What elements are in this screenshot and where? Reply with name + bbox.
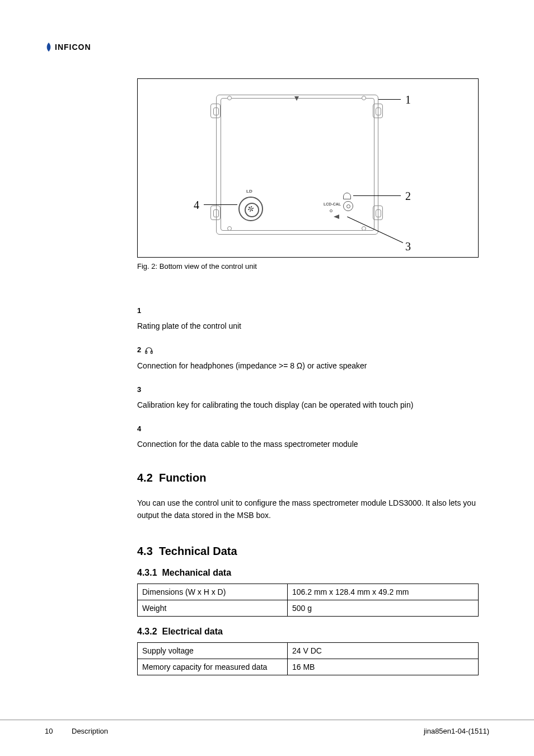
headphone-jack-icon: [343, 193, 351, 199]
section-heading: 4.3 Technical Data: [137, 545, 479, 558]
ld-label: LD: [246, 189, 252, 194]
list-number: 4: [137, 424, 479, 433]
list-number: 2: [137, 346, 479, 354]
figure-container: LD LCD-CAL 1 2 3 4: [137, 78, 479, 258]
list-number: 1: [137, 306, 479, 315]
arrow-icon: [334, 214, 339, 219]
list-description: Connection for the data cable to the mas…: [137, 438, 479, 450]
lcdcal-label: LCD-CAL: [324, 202, 341, 206]
ld-connector-icon: [238, 197, 263, 221]
table-cell-label: Dimensions (W x H x D): [138, 584, 288, 600]
list-description: Calibration key for calibrating the touc…: [137, 399, 479, 411]
list-item: 3 Calibration key for calibrating the to…: [137, 385, 479, 411]
callout-3: 3: [405, 240, 411, 253]
table-row: Supply voltage 24 V DC: [138, 643, 479, 659]
brand-logo: INFICON: [45, 42, 91, 52]
list-description: Connection for headphones (impedance >= …: [137, 360, 479, 372]
table-row: Dimensions (W x H x D) 106.2 mm x 128.4 …: [138, 584, 479, 600]
table-cell-label: Supply voltage: [138, 643, 288, 659]
paragraph: You can use the control unit to configur…: [137, 497, 479, 522]
list-number: 3: [137, 385, 479, 394]
mechanical-data-table: Dimensions (W x H x D) 106.2 mm x 128.4 …: [137, 584, 479, 617]
headphones-icon: [145, 347, 153, 354]
callout-4: 4: [194, 199, 199, 212]
inficon-icon: [45, 42, 53, 52]
footer-document-id: jina85en1-04-(1511): [424, 727, 489, 735]
table-cell-value: 16 MB: [287, 659, 478, 675]
callout-legend: 1 Rating plate of the control unit 2 Con…: [137, 306, 479, 450]
table-cell-value: 24 V DC: [287, 643, 478, 659]
electrical-data-table: Supply voltage 24 V DC Memory capacity f…: [137, 642, 479, 675]
figure-caption: Fig. 2: Bottom view of the control unit: [137, 262, 479, 270]
table-row: Weight 500 g: [138, 600, 479, 617]
page-number: 10: [45, 727, 53, 735]
subsection-heading: 4.3.1 Mechanical data: [137, 568, 479, 578]
callout-2: 2: [405, 190, 411, 203]
table-cell-label: Memory capacity for measured data: [138, 659, 288, 675]
table-cell-value: 500 g: [287, 600, 478, 617]
device-diagram: LD LCD-CAL 1 2 3 4: [177, 95, 439, 246]
lcdcal-hole-icon: [343, 201, 353, 211]
table-row: Memory capacity for measured data 16 MB: [138, 659, 479, 675]
list-item: 1 Rating plate of the control unit: [137, 306, 479, 332]
list-description: Rating plate of the control unit: [137, 320, 479, 332]
list-item: 4 Connection for the data cable to the m…: [137, 424, 479, 450]
table-cell-label: Weight: [138, 600, 288, 617]
brand-name: INFICON: [55, 43, 91, 52]
section-heading: 4.2 Function: [137, 472, 479, 484]
subsection-heading: 4.3.2 Electrical data: [137, 627, 479, 637]
page-footer: 10 Description jina85en1-04-(1511): [0, 720, 534, 726]
callout-1: 1: [405, 94, 411, 106]
footer-section-name: Description: [72, 727, 108, 735]
table-cell-value: 106.2 mm x 128.4 mm x 49.2 mm: [287, 584, 478, 600]
list-item: 2 Connection for headphones (impedance >…: [137, 346, 479, 372]
